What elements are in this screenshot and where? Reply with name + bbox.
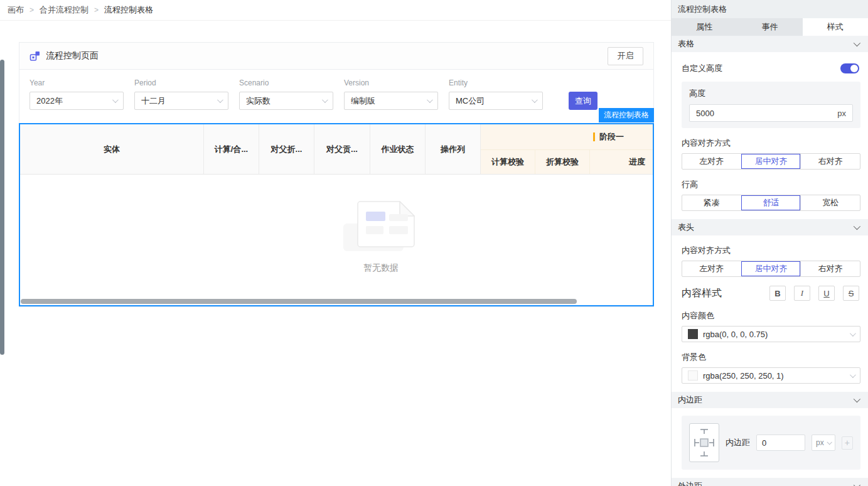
section-table-title: 表格 bbox=[678, 38, 694, 50]
year-select-value: 2022年 bbox=[36, 95, 63, 107]
filter-scenario: Scenario 实际数 bbox=[239, 78, 333, 110]
row-height-label: 行高 bbox=[682, 179, 859, 190]
content-color-label: 内容颜色 bbox=[682, 310, 859, 321]
bold-button[interactable]: B bbox=[769, 286, 786, 301]
column-header-job-status: 作业状态 bbox=[370, 124, 426, 174]
column-header-convert-check: 折算校验 bbox=[535, 150, 590, 174]
flow-icon bbox=[29, 51, 40, 62]
background-color-select[interactable]: rgba(250, 250, 250, 1) bbox=[682, 367, 860, 384]
custom-height-row: 自定义高度 bbox=[682, 63, 859, 74]
empty-data-icon bbox=[343, 201, 419, 252]
height-input[interactable] bbox=[696, 109, 837, 118]
custom-height-toggle[interactable] bbox=[840, 63, 859, 73]
column-header-actions: 操作列 bbox=[426, 124, 481, 174]
column-header-parent-contrib: 对父贡... bbox=[314, 124, 370, 174]
breadcrumb-item-canvas[interactable]: 画布 bbox=[8, 4, 24, 16]
header-align-center-option[interactable]: 居中对齐 bbox=[741, 261, 801, 276]
period-select-value: 十二月 bbox=[141, 95, 166, 107]
filter-entity-label: Entity bbox=[449, 78, 543, 88]
section-margin[interactable]: 外边距 bbox=[672, 478, 868, 486]
breadcrumb: 画布 > 合并流程控制 > 流程控制表格 bbox=[0, 0, 671, 21]
process-control-table[interactable]: 实体 计算/合... 对父折... 对父贡... 作业状态 操作列 阶段一 计算… bbox=[19, 123, 654, 306]
height-box: 高度 px bbox=[682, 82, 860, 128]
group-marker-bar bbox=[593, 132, 595, 141]
row-height-loose-option[interactable]: 宽松 bbox=[800, 195, 860, 210]
custom-height-label: 自定义高度 bbox=[682, 63, 722, 74]
filter-version-label: Version bbox=[344, 78, 438, 88]
content-align-label: 内容对齐方式 bbox=[682, 138, 859, 149]
selected-component-badge: 流程控制表格 bbox=[599, 108, 654, 122]
box-model-icon bbox=[689, 423, 719, 462]
chevron-down-icon bbox=[854, 223, 860, 230]
header-align-left-option[interactable]: 左对齐 bbox=[682, 261, 741, 276]
query-button[interactable]: 查询 bbox=[569, 92, 597, 110]
vertical-scrollbar-thumb[interactable] bbox=[0, 60, 4, 355]
filter-scenario-label: Scenario bbox=[239, 78, 333, 88]
filter-bar: Year 2022年 Period 十二月 Scenario 实际数 bbox=[19, 70, 653, 110]
document-icon bbox=[357, 201, 415, 247]
filter-period-label: Period bbox=[134, 78, 228, 88]
section-padding[interactable]: 内边距 bbox=[672, 392, 868, 408]
underline-button[interactable]: U bbox=[818, 286, 835, 301]
header-align-right-option[interactable]: 右对齐 bbox=[800, 261, 860, 276]
chevron-down-icon bbox=[217, 97, 223, 103]
group-title: 阶段一 bbox=[599, 131, 624, 143]
tab-styles[interactable]: 样式 bbox=[803, 18, 868, 36]
style-inspector-panel: 流程控制表格 属性 事件 样式 表格 自定义高度 高度 px 内容对齐方式 左对… bbox=[671, 0, 868, 486]
chevron-down-icon bbox=[112, 97, 119, 103]
section-table[interactable]: 表格 bbox=[672, 36, 868, 52]
row-height-comfortable-option[interactable]: 舒适 bbox=[741, 195, 801, 210]
content-align-segment: 左对齐 居中对齐 右对齐 bbox=[682, 153, 860, 170]
align-left-option[interactable]: 左对齐 bbox=[682, 154, 741, 169]
empty-text: 暂无数据 bbox=[343, 262, 419, 274]
section-header[interactable]: 表头 bbox=[672, 219, 868, 235]
header-align-segment: 左对齐 居中对齐 右对齐 bbox=[682, 261, 860, 277]
version-select[interactable]: 编制版 bbox=[344, 92, 438, 110]
chevron-down-icon bbox=[854, 396, 860, 402]
year-select[interactable]: 2022年 bbox=[29, 92, 124, 110]
content-style-row: 内容样式 B I U S bbox=[682, 286, 859, 301]
entity-select[interactable]: MC公司 bbox=[449, 92, 543, 110]
row-height-compact-option[interactable]: 紧凑 bbox=[682, 195, 741, 210]
page-header: 流程控制页面 开启 bbox=[19, 43, 653, 70]
background-color-label: 背景色 bbox=[682, 352, 859, 363]
version-select-value: 编制版 bbox=[351, 95, 375, 107]
align-right-option[interactable]: 右对齐 bbox=[800, 154, 860, 169]
column-header-parent-convert: 对父折... bbox=[259, 124, 314, 174]
padding-box: 内边距 px + bbox=[682, 416, 860, 470]
strikethrough-button[interactable]: S bbox=[843, 286, 859, 301]
padding-unit-value: px bbox=[816, 438, 824, 447]
period-select[interactable]: 十二月 bbox=[134, 92, 228, 110]
empty-state: 暂无数据 bbox=[343, 201, 419, 274]
content-color-select[interactable]: rgba(0, 0, 0, 0.75) bbox=[682, 326, 860, 342]
scenario-select[interactable]: 实际数 bbox=[239, 92, 333, 110]
tab-properties[interactable]: 属性 bbox=[672, 18, 737, 36]
background-color-value: rgba(250, 250, 250, 1) bbox=[703, 371, 784, 381]
padding-field-label: 内边距 bbox=[726, 437, 750, 448]
padding-input[interactable] bbox=[762, 438, 800, 448]
page-component-card: 流程控制页面 开启 Year 2022年 Period 十二月 Scenario bbox=[19, 42, 654, 307]
horizontal-scrollbar-thumb[interactable] bbox=[21, 299, 577, 304]
add-padding-button[interactable]: + bbox=[842, 436, 853, 450]
padding-unit-select[interactable]: px bbox=[812, 435, 835, 451]
chevron-down-icon bbox=[854, 482, 860, 486]
breadcrumb-item-merge-flow[interactable]: 合并流程控制 bbox=[40, 4, 88, 16]
panel-title: 流程控制表格 bbox=[672, 0, 868, 18]
align-center-option[interactable]: 居中对齐 bbox=[741, 154, 801, 169]
chevron-down-icon bbox=[854, 40, 860, 46]
filter-version: Version 编制版 bbox=[344, 78, 438, 110]
open-button[interactable]: 开启 bbox=[608, 47, 643, 65]
chevron-down-icon bbox=[322, 97, 328, 103]
height-label: 高度 bbox=[689, 88, 853, 99]
section-header-title: 表头 bbox=[678, 222, 694, 233]
chevron-down-icon bbox=[827, 440, 832, 445]
color-swatch bbox=[688, 370, 698, 381]
panel-tabs: 属性 事件 样式 bbox=[672, 18, 868, 36]
page-title: 流程控制页面 bbox=[46, 50, 99, 62]
italic-button[interactable]: I bbox=[794, 286, 810, 301]
header-align-label: 内容对齐方式 bbox=[682, 245, 859, 256]
filter-entity: Entity MC公司 bbox=[449, 78, 543, 110]
filter-period: Period 十二月 bbox=[134, 78, 228, 110]
tab-events[interactable]: 事件 bbox=[737, 18, 802, 36]
column-header-calc-merge: 计算/合... bbox=[204, 124, 259, 174]
